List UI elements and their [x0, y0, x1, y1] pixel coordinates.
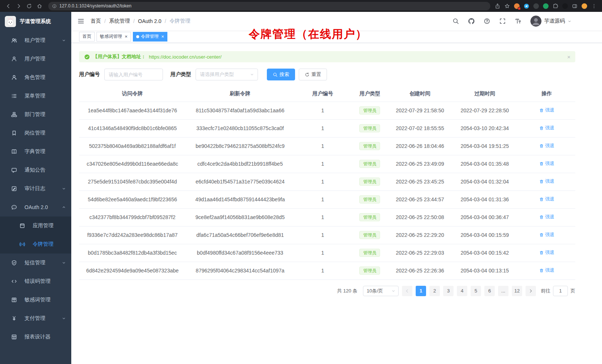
submenu-oauth2: 应用管理令牌管理	[0, 216, 71, 254]
user-id-filter: 用户编号	[79, 69, 163, 80]
next-page-button[interactable]	[526, 286, 536, 296]
sidebar-item-post[interactable]: 岗位管理	[0, 124, 71, 142]
github-icon[interactable]	[468, 18, 475, 24]
sidebar-item-sms[interactable]: 短信管理	[0, 254, 71, 272]
address-bar[interactable]: 127.0.0.1:1024/system/oauth2/token	[48, 2, 490, 10]
chat-icon	[11, 204, 17, 210]
page-button-3[interactable]: 3	[443, 286, 454, 296]
page-button-1[interactable]: 1	[416, 286, 426, 296]
site-info-icon[interactable]	[52, 4, 57, 9]
tab-close-icon[interactable]: ×	[161, 34, 164, 39]
extensions-puzzle-icon[interactable]	[553, 3, 558, 9]
sidebar-item-tenant[interactable]: 租户管理	[0, 31, 71, 50]
access-token-cell: 502375b8040a469a9b82188afdf6af1f	[79, 137, 186, 155]
extension-dark-icon[interactable]	[533, 3, 539, 9]
goto-page-input[interactable]	[553, 286, 568, 296]
force-logout-button[interactable]: 强退	[539, 214, 554, 220]
sidebar-item-oauth2[interactable]: OAuth 2.0	[0, 198, 71, 216]
user-id-cell: 1	[294, 173, 351, 191]
fullscreen-icon[interactable]	[499, 18, 506, 24]
alert-link[interactable]: https://doc.iocoder.cn/user-center/	[149, 54, 222, 60]
tab-sensitive-word[interactable]: 敏感词管理×	[96, 32, 131, 42]
extension-orange-icon[interactable]	[514, 3, 520, 9]
extension-telegram-icon[interactable]	[524, 3, 529, 9]
user-type-select[interactable]: 请选择用户类型	[196, 69, 258, 80]
table-row: b0d1785bc3a8482f812db4a3f3bd15ecb0df4980…	[79, 244, 575, 262]
breadcrumb-item[interactable]: OAuth 2.0	[138, 18, 161, 24]
browser-extensions-area	[495, 3, 598, 9]
home-icon[interactable]	[35, 1, 44, 10]
user-type-label: 用户类型	[170, 71, 191, 78]
delete-icon	[539, 126, 544, 130]
sidebar-item-audit-log[interactable]: 审计日志	[0, 179, 71, 198]
force-logout-button[interactable]: 强退	[539, 107, 554, 113]
search-button[interactable]: 搜索	[267, 69, 295, 80]
list-icon	[11, 93, 17, 99]
user-id-label: 用户编号	[79, 71, 100, 78]
tab-home[interactable]: 首页	[79, 32, 95, 42]
alert-close-icon[interactable]: ×	[567, 54, 570, 60]
sidebar-item-sensitive-word[interactable]: 敏感词管理	[0, 291, 71, 309]
extension-black-icon[interactable]	[562, 3, 568, 9]
access-token-cell: b0d1785bc3a8482f812db4a3f3bd15ec	[79, 244, 186, 262]
question-icon[interactable]	[484, 18, 490, 24]
forward-icon[interactable]	[14, 1, 23, 10]
split-view-icon[interactable]	[572, 3, 578, 9]
bookmark-star-icon[interactable]	[504, 3, 510, 9]
sidebar-item-error-code[interactable]: 错误码管理	[0, 272, 71, 291]
force-logout-button[interactable]: 强退	[539, 267, 554, 274]
page-button-5[interactable]: 5	[471, 286, 481, 296]
extension-green-icon[interactable]	[543, 3, 549, 9]
font-size-icon[interactable]	[515, 18, 521, 24]
page-button-2[interactable]: 2	[429, 286, 440, 296]
sidebar-item-role[interactable]: 角色管理	[0, 68, 71, 87]
user-type-badge: 管理员	[359, 124, 380, 132]
sidebar-item-user[interactable]: 用户管理	[0, 50, 71, 68]
page-button-6[interactable]: 6	[484, 286, 495, 296]
search-icon[interactable]	[452, 18, 459, 24]
browser-profile-avatar[interactable]	[582, 3, 587, 9]
breadcrumb-item[interactable]: 系统管理	[109, 18, 130, 24]
user-id-input[interactable]	[104, 69, 163, 80]
page-content: 【用户体系】文档地址： https://doc.iocoder.cn/user-…	[71, 43, 602, 364]
prev-page-button[interactable]	[402, 286, 412, 296]
user-type-badge: 管理员	[359, 106, 380, 115]
users-icon	[11, 37, 17, 43]
force-logout-button[interactable]: 强退	[539, 249, 554, 256]
breadcrumb-item[interactable]: 首页	[91, 18, 101, 24]
tab-close-icon[interactable]: ×	[125, 34, 128, 39]
share-icon[interactable]	[495, 3, 500, 9]
sidebar-item-dept[interactable]: 部门管理	[0, 105, 71, 124]
page-button-4[interactable]: 4	[457, 286, 467, 296]
sidebar-item-oauth2-token[interactable]: 令牌管理	[0, 235, 71, 254]
table-row: 1ea5e44f8bc1467aaede43144f31de76811c5304…	[79, 102, 575, 119]
reset-button[interactable]: 重置	[299, 69, 327, 80]
force-logout-button[interactable]: 强退	[539, 178, 554, 185]
refresh-token-cell: cdfc4ce9c2da4bb1bdf21b9918ff4be5	[186, 155, 294, 173]
force-logout-button[interactable]: 强退	[539, 161, 554, 167]
user-type-placeholder: 请选择用户类型	[200, 71, 234, 78]
force-logout-button[interactable]: 强退	[539, 232, 554, 238]
force-logout-button[interactable]: 强退	[539, 143, 554, 149]
reload-icon[interactable]	[24, 1, 33, 10]
sidebar-item-oauth2-app[interactable]: 应用管理	[0, 216, 71, 235]
page-size-select[interactable]: 10条/页	[363, 286, 399, 296]
sidebar-item-report-designer[interactable]: 报表设计器	[0, 328, 71, 346]
force-logout-button[interactable]: 强退	[539, 125, 554, 131]
sidebar-item-menu[interactable]: 菜单管理	[0, 87, 71, 105]
user-menu[interactable]: 芋道源码	[530, 16, 572, 27]
expire-time-cell: 2054-03-04 19:51:25	[451, 137, 518, 155]
pages-ellipsis[interactable]: ...	[498, 286, 508, 296]
back-icon[interactable]	[4, 1, 13, 10]
user-id-cell: 1	[294, 102, 351, 119]
tab-token[interactable]: 令牌管理×	[133, 32, 168, 42]
sidebar-item-notice[interactable]: 通知公告	[0, 161, 71, 179]
sidebar-collapse-icon[interactable]	[77, 17, 85, 25]
force-logout-button[interactable]: 强退	[539, 196, 554, 202]
page-button-12[interactable]: 12	[512, 286, 522, 296]
sidebar-item-pay[interactable]: 支付管理	[0, 309, 71, 328]
sidebar-item-dict[interactable]: 字典管理	[0, 142, 71, 161]
app-logo[interactable]: 芋道管理系统	[0, 12, 71, 31]
action-cell: 强退	[518, 155, 575, 173]
browser-menu-icon[interactable]	[591, 3, 597, 9]
